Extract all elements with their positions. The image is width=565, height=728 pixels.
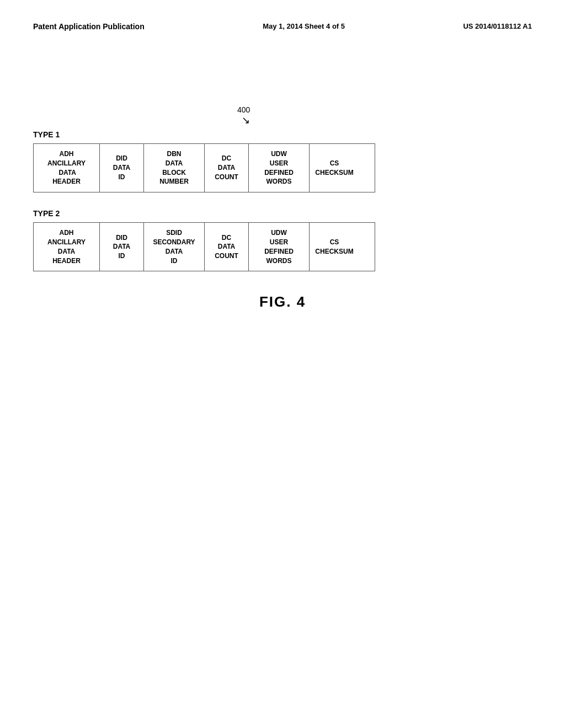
- type2-cell-udw: UDWUSERDEFINEDWORDS: [249, 223, 310, 271]
- fig-number: 400: [237, 105, 250, 114]
- figure-number-label: 400 ↘: [237, 105, 250, 126]
- type2-table: ADHANCILLARYDATAHEADER DIDDATAID SDIDSEC…: [33, 222, 375, 271]
- patent-page: Patent Application Publication May 1, 20…: [0, 0, 565, 728]
- type2-cell-adh: ADHANCILLARYDATAHEADER: [34, 223, 100, 271]
- type1-section: TYPE 1 ADHANCILLARY DATAHEADER DIDDATAID…: [33, 130, 532, 192]
- figure-label: FIG. 4: [33, 293, 532, 311]
- type2-cell-cs: CSCHECKSUM: [310, 223, 359, 271]
- page-header: Patent Application Publication May 1, 20…: [33, 22, 532, 31]
- header-patent-number: US 2014/0118112 A1: [463, 22, 532, 30]
- header-publication-label: Patent Application Publication: [33, 22, 145, 31]
- type1-table: ADHANCILLARY DATAHEADER DIDDATAID DBNDAT…: [33, 143, 375, 192]
- fig-arrow: ↘: [242, 115, 250, 126]
- type1-cell-adh: ADHANCILLARY DATAHEADER: [34, 144, 100, 192]
- type2-cell-sdid: SDIDSECONDARYDATAID: [144, 223, 205, 271]
- diagram-content: 400 ↘ TYPE 1 ADHANCILLARY DATAHEADER DID…: [33, 130, 532, 311]
- type2-label: TYPE 2: [33, 209, 532, 218]
- type1-cell-cs: CSCHECKSUM: [310, 144, 359, 192]
- type2-cell-dc: DCDATACOUNT: [205, 223, 249, 271]
- type1-cell-dbn: DBNDATABLOCKNUMBER: [144, 144, 205, 192]
- type1-label: TYPE 1: [33, 130, 532, 139]
- type2-cell-did: DIDDATAID: [100, 223, 144, 271]
- type2-section: TYPE 2 ADHANCILLARYDATAHEADER DIDDATAID …: [33, 209, 532, 271]
- header-date-sheet: May 1, 2014 Sheet 4 of 5: [263, 22, 345, 30]
- type1-cell-udw: UDWUSERDEFINEDWORDS: [249, 144, 310, 192]
- type1-cell-did: DIDDATAID: [100, 144, 144, 192]
- type1-cell-dc: DCDATACOUNT: [205, 144, 249, 192]
